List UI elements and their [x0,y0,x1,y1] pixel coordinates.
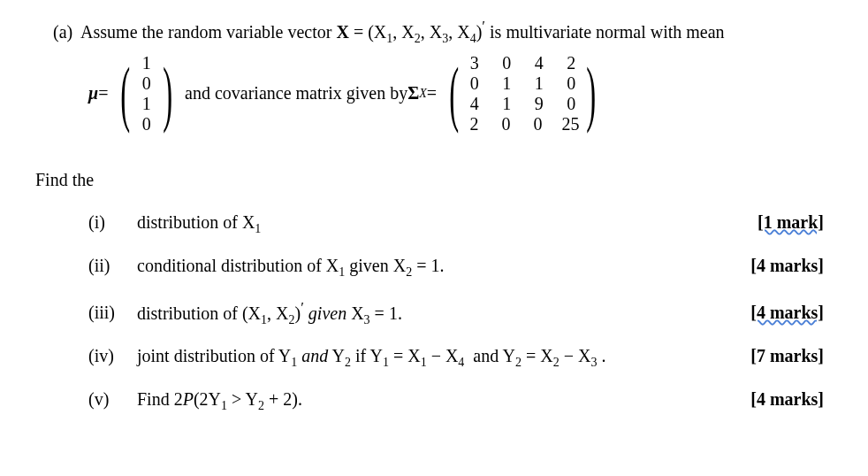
mu-sigma-line: μ = ( 1 0 1 0 ) and covariance matrix gi… [88,53,833,134]
item-ii-text: conditional distribution of X1 given X2 … [137,256,750,280]
roman-iii: (iii) [88,303,137,323]
intro-text-1: Assume the random variable vector [80,22,336,42]
marks-i: [1 mark] [758,212,824,233]
cov-matrix: ( 3 0 4 2 0 1 1 0 4 1 9 0 2 0 [442,53,604,134]
item-ii: (ii) conditional distribution of X1 give… [88,256,833,280]
mu-eq: = [98,83,108,104]
item-iii-text: distribution of (X1, X2)′ given X3 = 1. [137,299,750,327]
sigma-sub: X [419,87,427,101]
sigma-label: Σ [407,83,419,104]
item-iii: (iii) distribution of (X1, X2)′ given X3… [88,299,833,327]
x-def-rest: = (X1, X2, X3, X4)′ [349,22,485,42]
marks-ii: [4 marks] [750,256,824,276]
find-the-heading: Find the [35,170,833,190]
marks-iv: [7 marks] [750,346,824,366]
roman-ii: (ii) [88,256,137,276]
marks-iii: [4 marks] [750,303,824,323]
item-iv: (iv) joint distribution of Y1 and Y2 if … [88,346,833,370]
item-v-text: Find 2P(2Y1 > Y2 + 2). [137,389,750,413]
x-vector-def: X [336,22,348,42]
marks-v: [4 marks] [750,389,824,410]
part-label: (a) [53,22,72,42]
item-i-text: distribution of X1 [137,212,758,236]
roman-i: (i) [88,212,137,233]
and-text: and covariance matrix given by [185,83,407,104]
problem-intro: (a) Assume the random variable vector X … [53,18,833,46]
intro-text-2: is multivariate normal with mean [490,22,725,42]
item-i: (i) distribution of X1 [1 mark] [88,212,833,236]
mu-label: μ [88,83,98,104]
roman-v: (v) [88,389,137,410]
item-iv-text: joint distribution of Y1 and Y2 if Y1 = … [137,346,750,370]
mu-vector: ( 1 0 1 0 ) [113,53,179,134]
item-v: (v) Find 2P(2Y1 > Y2 + 2). [4 marks] [88,389,833,413]
roman-iv: (iv) [88,346,137,366]
eq-text: = [427,83,437,104]
